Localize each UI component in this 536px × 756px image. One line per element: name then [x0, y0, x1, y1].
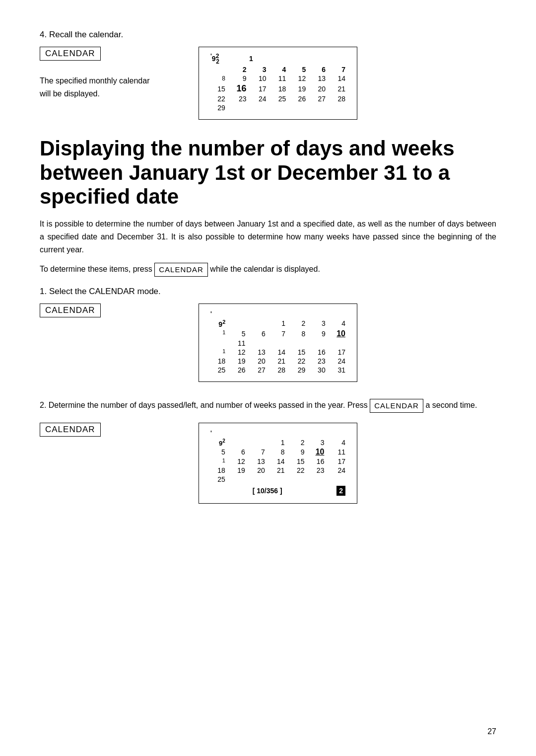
step1-label: 1. Select the CALENDAR mode.: [40, 287, 496, 297]
cal-row: 5 6 7 8 9 10 11: [208, 447, 348, 457]
calendar-button-step1[interactable]: CALENDAR: [40, 303, 101, 317]
calendar-button-step2[interactable]: CALENDAR: [40, 423, 101, 437]
cal-table-step2: ' 92 1 2 3 4: [208, 428, 348, 497]
cal-row: 1 5 6 7 8 9 10: [208, 329, 348, 339]
cal-row: 11: [208, 339, 348, 348]
press-instruction: To determine these items, press CALENDAR…: [40, 263, 496, 277]
cal-row: [ 10/356 ] 2: [208, 484, 348, 496]
big-heading: Displaying the number of days and weeks …: [40, 137, 496, 209]
step1-row: CALENDAR ' 92: [40, 303, 496, 384]
step1-left: CALENDAR: [40, 303, 179, 322]
recall-left: CALENDAR The specified monthly calendar …: [40, 47, 179, 100]
cal-row: 1 12 13 14 15 16 17: [208, 348, 348, 357]
cal-row: 8 9 10 11 12 13 14: [208, 74, 348, 83]
calendar-button-recall[interactable]: CALENDAR: [40, 47, 101, 61]
page-content: 4. Recall the calendar. CALENDAR The spe…: [40, 30, 496, 506]
step2-label: 2. Determine the number of days passed/l…: [40, 399, 496, 413]
cal-year-cell2: ': [208, 428, 348, 438]
cal-table-step1: ' 92 1 2 3 4: [208, 309, 348, 375]
calendar-button-step2-inline[interactable]: CALENDAR: [370, 399, 423, 413]
cal-row: 25: [208, 475, 348, 484]
step2-left: CALENDAR: [40, 423, 179, 442]
cal-year-cell: ': [208, 309, 348, 318]
cal-table-recall: '922 1 2 3 4 5 6 7: [208, 52, 348, 112]
week-number: 2: [336, 486, 345, 496]
calendar-display-recall: '922 1 2 3 4 5 6 7: [199, 47, 357, 120]
cal-row: '922 1: [208, 52, 348, 65]
intro-text: It is possible to determine the number o…: [40, 218, 496, 256]
step2-right: ' 92 1 2 3 4: [199, 423, 496, 506]
step2-section: 2. Determine the number of days passed/l…: [40, 399, 496, 506]
cal-bottom-display: [ 10/356 ]: [208, 484, 327, 496]
cal-row: 1 12 13 14 15 16 17: [208, 457, 348, 466]
cal-row: 18 19 20 21 22 23 24: [208, 466, 348, 475]
calendar-display-step2: ' 92 1 2 3 4: [199, 423, 357, 504]
cal-row: ': [208, 428, 348, 438]
cal-row: 15 16 17 18 19 20 21: [208, 83, 348, 94]
cal-row: 92 1 2 3 4: [208, 318, 348, 329]
cal-row: 18 19 20 21 22 23 24: [208, 357, 348, 366]
recall-right: '922 1 2 3 4 5 6 7: [199, 47, 496, 122]
cal-row: 92 1 2 3 4: [208, 438, 348, 448]
step1-section: 1. Select the CALENDAR mode. CALENDAR ': [40, 287, 496, 384]
recall-desc: The specified monthly calendar will be d…: [40, 75, 179, 100]
days-display: [ 10/356 ]: [253, 487, 282, 495]
cal-row: 29: [208, 103, 348, 112]
cal-row: 22 23 24 25 26 27 28: [208, 94, 348, 103]
step2-row: CALENDAR ' 92: [40, 423, 496, 506]
recall-section: 4. Recall the calendar. CALENDAR The spe…: [40, 30, 496, 122]
recall-step-row: CALENDAR The specified monthly calendar …: [40, 47, 496, 122]
page-number: 27: [487, 727, 496, 736]
cal-row: 2 3 4 5 6 7: [208, 65, 348, 74]
recall-step-label: 4. Recall the calendar.: [40, 30, 496, 40]
calendar-button-inline[interactable]: CALENDAR: [154, 263, 208, 277]
calendar-display-step1: ' 92 1 2 3 4: [199, 303, 357, 382]
cal-year-cell: '922 1: [208, 52, 348, 65]
step1-right: ' 92 1 2 3 4: [199, 303, 496, 384]
cal-row: ': [208, 309, 348, 318]
cal-row: 25 26 27 28 29 30 31: [208, 366, 348, 375]
